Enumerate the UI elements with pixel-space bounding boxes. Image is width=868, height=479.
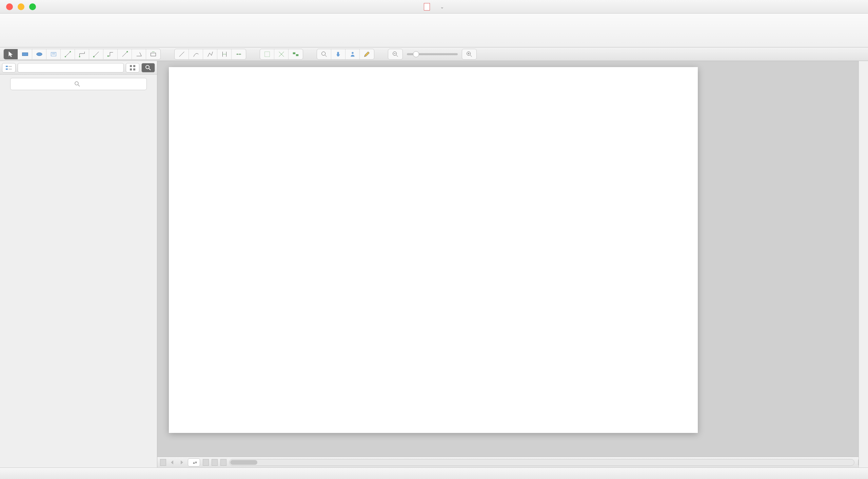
- svg-point-5: [64, 56, 66, 57]
- zoom-tool[interactable]: [317, 49, 331, 59]
- select-tool-1[interactable]: [260, 49, 274, 59]
- connector-tool-1[interactable]: [61, 49, 75, 59]
- connector-tool-7[interactable]: [146, 49, 160, 59]
- svg-rect-16: [296, 54, 298, 56]
- document-icon: [424, 3, 430, 11]
- zoom-out-button[interactable]: [388, 49, 402, 59]
- shape-library: [0, 93, 157, 467]
- svg-rect-0: [22, 53, 28, 56]
- vertical-scrollbar[interactable]: [859, 61, 868, 467]
- person-tool[interactable]: [346, 49, 360, 59]
- search-icon: [74, 81, 80, 87]
- page-tab-handle[interactable]: [160, 459, 166, 466]
- connector-tool-3[interactable]: [89, 49, 103, 59]
- page-segment-1[interactable]: [203, 459, 209, 466]
- svg-rect-23: [130, 65, 132, 67]
- sidebar-search-toggle[interactable]: [141, 63, 155, 72]
- svg-rect-14: [264, 51, 270, 57]
- svg-point-13: [239, 54, 241, 55]
- prev-page-icon[interactable]: [169, 459, 176, 466]
- svg-rect-26: [133, 68, 135, 70]
- select-tool-2[interactable]: [274, 49, 289, 59]
- svg-point-12: [237, 54, 238, 55]
- svg-rect-10: [126, 51, 128, 52]
- canvas-area: ▴▾: [157, 61, 868, 467]
- svg-point-28: [75, 82, 78, 85]
- line-tool-5[interactable]: [232, 49, 246, 59]
- connector-tool-6[interactable]: [132, 49, 146, 59]
- sidebar-grid-view[interactable]: [126, 63, 139, 72]
- tool-palette: [0, 47, 868, 61]
- svg-point-18: [352, 52, 354, 54]
- maximize-window[interactable]: [29, 3, 36, 10]
- connector-tool-5[interactable]: [118, 49, 132, 59]
- connector-tool-2[interactable]: [75, 49, 89, 59]
- sidebar-mode-select[interactable]: [2, 63, 16, 72]
- zoom-slider[interactable]: [407, 53, 458, 55]
- chevron-down-icon[interactable]: ⌄: [440, 4, 444, 9]
- svg-point-6: [70, 51, 71, 52]
- pointer-tool[interactable]: [4, 49, 18, 59]
- line-tool-3[interactable]: [203, 49, 217, 59]
- rect-tool[interactable]: [18, 49, 32, 59]
- svg-rect-9: [107, 55, 108, 57]
- titlebar: ⌄: [0, 0, 868, 14]
- sidebar-filter[interactable]: [18, 63, 124, 72]
- zoom-select[interactable]: ▴▾: [188, 458, 200, 466]
- svg-point-27: [146, 65, 149, 69]
- svg-rect-24: [133, 65, 135, 67]
- zoom-in-button[interactable]: [462, 49, 476, 59]
- svg-rect-11: [151, 53, 156, 56]
- minimize-window[interactable]: [18, 3, 24, 10]
- diagram-page[interactable]: [169, 67, 698, 433]
- line-tool-4[interactable]: [217, 49, 232, 59]
- select-tool-3[interactable]: [289, 49, 303, 59]
- line-tool-2[interactable]: [189, 49, 203, 59]
- next-page-icon[interactable]: [178, 459, 185, 466]
- horizontal-scrollbar[interactable]: [229, 459, 854, 466]
- svg-rect-21: [6, 66, 8, 67]
- svg-point-17: [321, 51, 325, 55]
- svg-rect-22: [6, 68, 8, 70]
- main-toolbar: [0, 14, 868, 47]
- connector-tool-4[interactable]: [103, 49, 118, 59]
- ellipse-tool[interactable]: [32, 49, 46, 59]
- svg-rect-25: [130, 68, 132, 70]
- svg-point-1: [36, 53, 42, 56]
- page-segment-3[interactable]: [220, 459, 226, 466]
- close-window[interactable]: [6, 3, 13, 10]
- page-segment-2[interactable]: [212, 459, 218, 466]
- hand-tool[interactable]: [331, 49, 346, 59]
- window-controls: [6, 3, 36, 10]
- line-tool-1[interactable]: [175, 49, 189, 59]
- svg-point-7: [79, 56, 80, 57]
- svg-rect-15: [293, 52, 295, 54]
- search-input[interactable]: [10, 78, 147, 90]
- text-tool[interactable]: [46, 49, 61, 59]
- pencil-tool[interactable]: [360, 49, 374, 59]
- svg-rect-8: [93, 56, 94, 57]
- sidebar: [0, 61, 157, 467]
- status-bar: [0, 467, 868, 479]
